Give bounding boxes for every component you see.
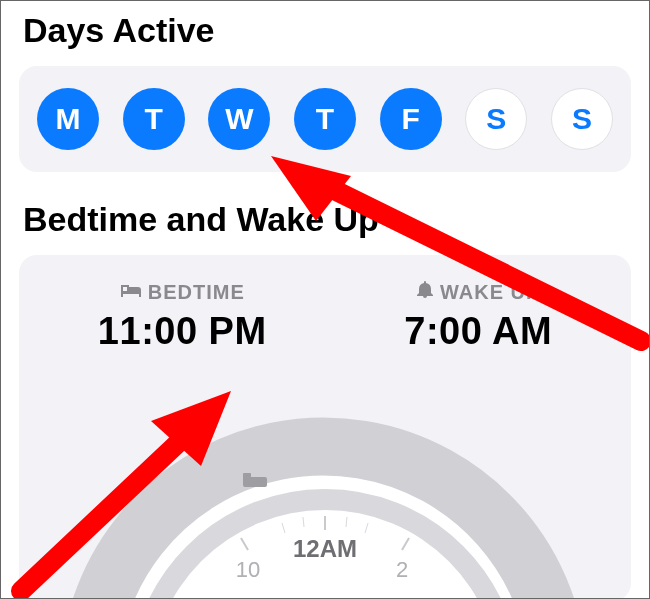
dial-10-label: 10 (236, 557, 260, 582)
dial-12am-label: 12AM (293, 535, 357, 562)
svg-rect-8 (243, 473, 251, 479)
wakeup-value: 7:00 AM (404, 310, 552, 353)
day-toggle-fri[interactable]: F (380, 88, 442, 150)
day-toggle-wed[interactable]: W (208, 88, 270, 150)
wakeup-column: WAKE UP 7:00 AM (404, 281, 552, 353)
sleep-dial[interactable]: 12AM 10 2 (45, 405, 605, 599)
bedtime-value: 11:00 PM (98, 310, 267, 353)
day-toggle-mon[interactable]: M (37, 88, 99, 150)
day-toggle-thu[interactable]: T (294, 88, 356, 150)
bed-icon (120, 281, 142, 304)
screenshot-frame: { "sections": { "days_active_title": "Da… (0, 0, 650, 599)
bell-icon (416, 281, 434, 304)
day-toggle-tue[interactable]: T (123, 88, 185, 150)
day-toggle-sun[interactable]: S (551, 88, 613, 150)
wakeup-caption: WAKE UP (440, 281, 540, 304)
days-active-card: M T W T F S S (19, 66, 631, 172)
dial-2-label: 2 (396, 557, 408, 582)
days-active-title: Days Active (23, 11, 649, 50)
bedtime-column: BEDTIME 11:00 PM (98, 281, 267, 353)
bedtime-wakeup-card: BEDTIME 11:00 PM WAKE UP 7:00 AM (19, 255, 631, 599)
day-toggle-sat[interactable]: S (465, 88, 527, 150)
bedtime-caption: BEDTIME (148, 281, 245, 304)
bedtime-wakeup-title: Bedtime and Wake Up (23, 200, 649, 239)
